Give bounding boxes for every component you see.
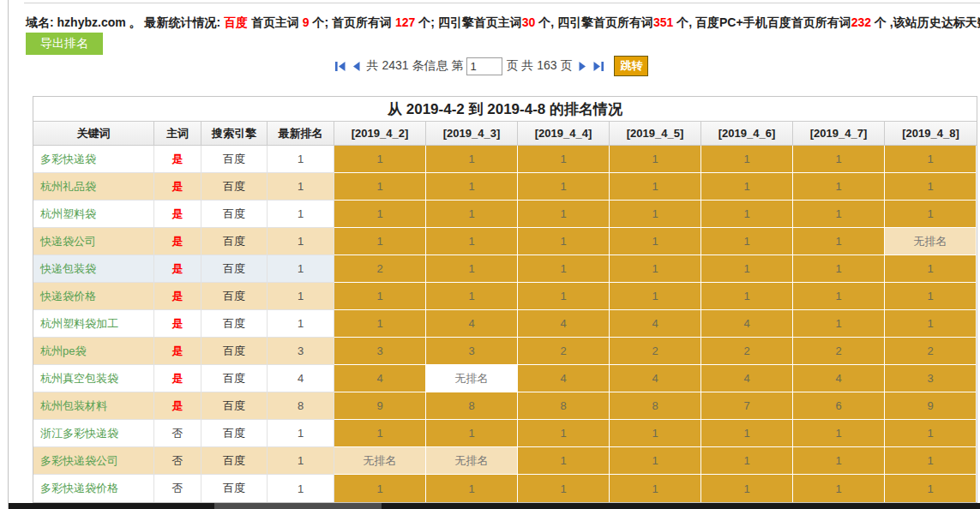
keyword-cell[interactable]: 多彩快递袋 xyxy=(33,146,154,173)
pagination-info-prefix: 共 2431 条信息 第 xyxy=(367,58,464,74)
rank-cell: 1 xyxy=(885,447,977,475)
stats-line: 域名: hzhybz.com 。 最新统计情况: 百度 首页主词 9 个; 首页… xyxy=(26,15,980,31)
rank-cell: 6 xyxy=(793,392,885,420)
first-page-icon[interactable] xyxy=(334,61,346,72)
latest-rank-cell: 1 xyxy=(268,146,334,173)
rank-cell: 1 xyxy=(701,447,793,475)
export-ranking-button[interactable]: 导出排名 xyxy=(26,33,103,55)
scrollbar-thumb[interactable] xyxy=(214,503,382,509)
keyword-cell[interactable]: 多彩快递袋公司 xyxy=(33,447,154,475)
table-row: 杭州塑料袋加工是百度11444411 xyxy=(33,310,977,338)
latest-rank-cell: 8 xyxy=(268,392,334,420)
table-row: 快递包装袋是百度12111111 xyxy=(33,255,977,283)
pagination-info-suffix: 页 共 163 页 xyxy=(506,58,572,74)
keyword-cell[interactable]: 杭州真空包装袋 xyxy=(33,365,154,392)
keyword-cell[interactable]: 快递袋公司 xyxy=(33,228,154,255)
rank-cell: 9 xyxy=(334,392,426,420)
next-page-icon[interactable] xyxy=(578,61,587,72)
rank-cell: 1 xyxy=(426,255,518,283)
rank-cell: 1 xyxy=(793,173,885,201)
top-panel-border xyxy=(24,3,980,3)
rank-cell: 1 xyxy=(334,228,426,255)
rank-cell: 1 xyxy=(793,283,885,310)
engine-cell: 百度 xyxy=(201,447,268,475)
engine-cell: 百度 xyxy=(201,392,268,420)
keyword-cell[interactable]: 杭州pe袋 xyxy=(33,338,154,365)
stats-value: 351 xyxy=(653,15,673,29)
rank-cell: 1 xyxy=(701,201,793,228)
table-row: 杭州礼品袋是百度11111111 xyxy=(33,173,977,201)
rank-cell: 4 xyxy=(793,365,885,392)
latest-rank-cell: 1 xyxy=(268,255,334,283)
keyword-cell[interactable]: 杭州包装材料 xyxy=(33,392,154,420)
table-row: 快递袋公司是百度1111111无排名 xyxy=(33,228,977,255)
keyword-cell[interactable]: 浙江多彩快递袋 xyxy=(33,420,154,447)
rank-cell: 1 xyxy=(701,420,793,447)
rank-cell: 1 xyxy=(701,475,793,502)
engine-cell: 百度 xyxy=(201,146,268,173)
rank-cell: 1 xyxy=(885,420,977,447)
stats-value: 百度 xyxy=(224,15,248,29)
table-title: 从 2019-4-2 到 2019-4-8 的排名情况 xyxy=(33,97,977,122)
main-word-cell: 否 xyxy=(154,420,201,447)
stats-value: 30 xyxy=(522,15,536,29)
main-word-cell: 是 xyxy=(154,228,201,255)
rank-cell: 1 xyxy=(701,173,793,201)
rank-cell: 1 xyxy=(334,146,426,173)
rank-cell: 1 xyxy=(610,146,701,173)
main-word-cell: 是 xyxy=(154,310,201,338)
rank-cell: 3 xyxy=(426,338,518,365)
previous-page-icon[interactable] xyxy=(352,61,361,72)
rank-cell: 8 xyxy=(518,392,610,420)
rank-cell: 1 xyxy=(885,173,977,201)
rank-cell: 1 xyxy=(701,228,793,255)
keyword-cell[interactable]: 杭州塑料袋 xyxy=(33,201,154,228)
rank-cell: 1 xyxy=(885,201,977,228)
keyword-cell[interactable]: 杭州塑料袋加工 xyxy=(33,310,154,338)
rank-cell: 1 xyxy=(610,173,701,201)
table-row: 快递袋价格是百度11111111 xyxy=(33,283,977,310)
column-header: [2019_4_7] xyxy=(793,122,885,146)
rank-cell: 4 xyxy=(701,310,793,338)
engine-cell: 百度 xyxy=(201,173,268,201)
rank-cell: 1 xyxy=(701,146,793,173)
last-page-icon[interactable] xyxy=(592,61,604,72)
rank-cell: 1 xyxy=(518,228,610,255)
engine-cell: 百度 xyxy=(201,283,268,310)
page-number-input[interactable] xyxy=(466,57,502,75)
stats-value: 127 xyxy=(395,15,415,29)
rank-cell: 1 xyxy=(701,255,793,283)
rank-cell: 1 xyxy=(793,146,885,173)
keyword-cell[interactable]: 多彩快递袋价格 xyxy=(33,475,154,502)
rank-cell: 1 xyxy=(610,228,701,255)
rank-cell: 1 xyxy=(610,201,701,228)
stats-text: 域名: hzhybz.com 。 最新统计情况: xyxy=(26,15,224,29)
stats-text: 个, 四引擎首页所有词 xyxy=(535,15,653,29)
rank-cell: 无排名 xyxy=(426,447,518,475)
rank-cell: 1 xyxy=(793,201,885,228)
horizontal-scrollbar[interactable] xyxy=(9,503,980,509)
main-word-cell: 是 xyxy=(154,173,201,201)
rank-cell: 1 xyxy=(518,475,610,502)
rank-cell: 无排名 xyxy=(426,365,518,392)
rank-cell: 1 xyxy=(701,283,793,310)
keyword-cell[interactable]: 杭州礼品袋 xyxy=(33,173,154,201)
rank-cell: 2 xyxy=(701,338,793,365)
latest-rank-cell: 3 xyxy=(268,338,334,365)
engine-cell: 百度 xyxy=(201,310,268,338)
rank-cell: 4 xyxy=(426,310,518,338)
latest-rank-cell: 1 xyxy=(268,173,334,201)
rank-cell: 1 xyxy=(426,475,518,502)
rank-cell: 1 xyxy=(334,310,426,338)
ranking-table-panel: 从 2019-4-2 到 2019-4-8 的排名情况 关键词主词搜索引擎最新排… xyxy=(33,96,977,503)
jump-button[interactable]: 跳转 xyxy=(614,56,648,76)
rank-cell: 1 xyxy=(518,447,610,475)
latest-rank-cell: 1 xyxy=(268,420,334,447)
rank-cell: 4 xyxy=(701,365,793,392)
main-word-cell: 是 xyxy=(154,255,201,283)
keyword-cell[interactable]: 快递包装袋 xyxy=(33,255,154,283)
rank-cell: 1 xyxy=(610,420,701,447)
rank-cell: 1 xyxy=(334,283,426,310)
rank-cell: 2 xyxy=(610,338,701,365)
keyword-cell[interactable]: 快递袋价格 xyxy=(33,283,154,310)
